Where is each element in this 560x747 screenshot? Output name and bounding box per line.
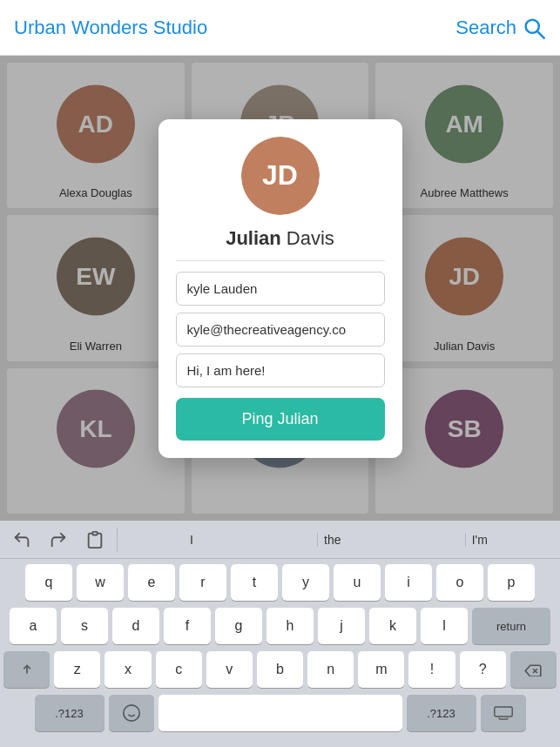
app-title: Urban Wonders Studio bbox=[14, 17, 207, 39]
keyboard-area: I the I'm q w e r t y u i o p a s d f g … bbox=[0, 521, 560, 747]
clipboard-icon bbox=[85, 530, 105, 549]
shift-icon bbox=[19, 662, 35, 677]
undo-button[interactable] bbox=[7, 527, 37, 553]
svg-point-6 bbox=[123, 705, 138, 721]
key-l[interactable]: l bbox=[421, 608, 468, 644]
undo-icon bbox=[12, 530, 31, 549]
autocomplete-words: I the I'm bbox=[125, 529, 553, 550]
backspace-icon bbox=[524, 663, 542, 676]
key-emoji[interactable] bbox=[109, 695, 154, 731]
key-x[interactable]: x bbox=[105, 651, 151, 688]
redo-icon bbox=[49, 530, 68, 549]
svg-rect-9 bbox=[494, 707, 511, 717]
paste-button[interactable] bbox=[80, 527, 110, 553]
key-backspace[interactable] bbox=[510, 651, 557, 688]
ac-divider bbox=[117, 528, 118, 552]
key-w[interactable]: w bbox=[77, 564, 124, 601]
modal-divider bbox=[176, 260, 385, 261]
key-b[interactable]: b bbox=[257, 651, 303, 688]
key-a[interactable]: a bbox=[10, 608, 57, 644]
key-y[interactable]: y bbox=[282, 564, 329, 601]
key-r[interactable]: r bbox=[179, 564, 226, 601]
edit-actions bbox=[7, 527, 110, 553]
key-numbers[interactable]: .?123 bbox=[35, 695, 105, 731]
message-input[interactable] bbox=[176, 353, 385, 387]
modal-person-first: Julian bbox=[226, 227, 281, 249]
key-p[interactable]: p bbox=[488, 564, 535, 601]
key-d[interactable]: d bbox=[112, 608, 159, 644]
key-e[interactable]: e bbox=[128, 564, 175, 601]
kb-row-2: a s d f g h j k l return bbox=[3, 608, 557, 644]
key-shift[interactable] bbox=[3, 651, 50, 688]
key-u[interactable]: u bbox=[334, 564, 381, 601]
key-k[interactable]: k bbox=[369, 608, 416, 644]
key-t[interactable]: t bbox=[231, 564, 278, 601]
key-v[interactable]: v bbox=[206, 651, 253, 688]
kb-row-3: z x c v b n m ! ? bbox=[3, 651, 557, 688]
key-numbers-right[interactable]: .?123 bbox=[407, 695, 476, 731]
modal-person-last: Davis bbox=[281, 227, 334, 249]
key-c[interactable]: c bbox=[156, 651, 202, 688]
app-header: Urban Wonders Studio Search bbox=[0, 0, 560, 56]
ac-word-1[interactable]: I bbox=[183, 529, 200, 550]
key-return[interactable]: return bbox=[472, 608, 550, 644]
key-question[interactable]: ? bbox=[460, 651, 506, 688]
key-keyboard[interactable] bbox=[481, 695, 526, 731]
key-f[interactable]: f bbox=[164, 608, 211, 644]
search-label: Search bbox=[455, 17, 516, 39]
redo-button[interactable] bbox=[44, 527, 73, 553]
ping-button[interactable]: Ping Julian bbox=[176, 398, 385, 441]
modal-person-name: Julian Davis bbox=[226, 227, 334, 250]
contact-modal: JD Julian Davis Ping Julian bbox=[159, 119, 402, 458]
ac-word-2[interactable]: the bbox=[317, 529, 347, 550]
key-i[interactable]: i bbox=[385, 564, 432, 601]
key-o[interactable]: o bbox=[436, 564, 483, 601]
email-input[interactable] bbox=[176, 313, 385, 347]
key-g[interactable]: g bbox=[215, 608, 262, 644]
name-input[interactable] bbox=[176, 272, 385, 306]
key-h[interactable]: h bbox=[267, 608, 314, 644]
emoji-icon bbox=[122, 703, 141, 723]
search-area[interactable]: Search bbox=[455, 16, 546, 40]
kb-row-1: q w e r t y u i o p bbox=[3, 564, 557, 601]
key-space[interactable] bbox=[159, 695, 402, 731]
key-m[interactable]: m bbox=[358, 651, 404, 688]
kb-row-4: .?123 .?123 bbox=[3, 695, 557, 731]
modal-overlay: JD Julian Davis Ping Julian bbox=[0, 56, 560, 521]
keyboard-icon bbox=[494, 705, 513, 721]
key-q[interactable]: q bbox=[25, 564, 72, 601]
key-s[interactable]: s bbox=[61, 608, 108, 644]
ac-word-3[interactable]: I'm bbox=[465, 529, 495, 550]
key-j[interactable]: j bbox=[318, 608, 365, 644]
key-n[interactable]: n bbox=[307, 651, 354, 688]
modal-avatar: JD bbox=[241, 137, 320, 215]
key-exclaim[interactable]: ! bbox=[408, 651, 455, 688]
search-icon bbox=[522, 16, 546, 40]
keyboard-rows: q w e r t y u i o p a s d f g h j k l re… bbox=[0, 559, 560, 737]
key-z[interactable]: z bbox=[54, 651, 100, 688]
svg-rect-2 bbox=[92, 531, 98, 535]
svg-line-1 bbox=[537, 31, 544, 38]
autocomplete-bar: I the I'm bbox=[0, 521, 560, 559]
